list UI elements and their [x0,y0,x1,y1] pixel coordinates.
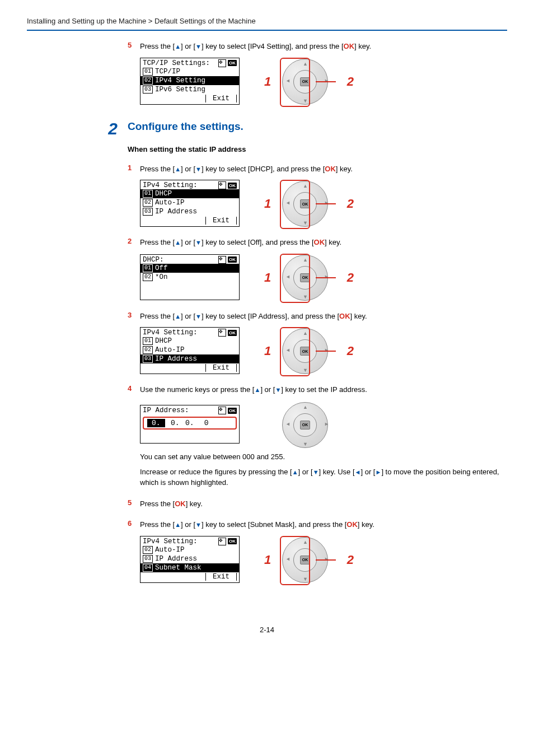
down-arrow-icon: ▼ [275,386,281,393]
callout-line-2 [316,277,336,278]
step-text: Press the [▲] or [▼] key to select [IPv4… [140,41,507,52]
lcd-ipv4-ipaddr: IPv4 Setting: OK 01DHCP 02Auto-IP 03IP A… [140,327,240,374]
ip-segment: 0 [196,419,209,427]
callout-2: 2 [347,197,354,211]
ok-label: OK [175,500,186,508]
callout-line-2 [316,559,336,561]
ok-icon: OK [228,330,237,336]
lcd-row-selected: 03IP Address [140,354,239,363]
lcd-row-selected: 02IPv4 Setting [140,76,239,85]
callout-1: 1 [264,344,271,358]
lcd-row: 03IP Address [140,207,239,216]
ok-icon: OK [228,60,237,66]
right-icon: ► [324,347,329,353]
down-arrow-icon: ▼ [195,166,202,172]
nav-icon [218,181,226,189]
callout-2: 2 [347,553,354,567]
lcd-row-empty [140,291,239,300]
ok-icon: OK [228,256,237,263]
lcd-row: 02*On [140,273,239,282]
ip-segment: 0. [182,419,194,427]
ok-icon: OK [228,538,237,544]
exit-button: Exit [205,95,237,102]
up-arrow-icon: ▲ [175,166,181,172]
exit-button: Exit [205,364,237,372]
callout-1: 1 [264,270,271,285]
step-number: 6 [128,519,140,530]
callout-2: 2 [347,74,354,89]
step-number: 4 [128,384,140,395]
right-icon: ► [324,200,329,206]
callout-box-1 [280,254,310,303]
section-heading: Configure the settings. [128,120,243,133]
lcd-row: 02Auto-IP [140,198,239,207]
ok-icon: OK [228,408,237,414]
exit-button: Exit [205,573,237,581]
substep-2: 2 Press the [▲] or [▼] key to select [Of… [128,237,507,248]
lcd-row: 01TCP/IP [140,67,239,76]
lcd-tcpip-settings: TCP/IP Settings: OK 01TCP/IP 02IPv4 Sett… [140,58,240,105]
up-arrow-icon: ▲ [292,469,298,475]
step-text: Press the [OK] key. [140,498,507,510]
right-arrow-icon: ► [375,469,381,475]
breadcrumb: Installing and Setting up the Machine > … [0,0,534,30]
substep-3: 3 Press the [▲] or [▼] key to select [IP… [128,311,507,322]
up-arrow-icon: ▲ [254,386,260,393]
ok-label: OK [339,312,350,320]
lcd-row: 03IPv6 Setting [140,85,239,94]
substep-4: 4 Use the numeric keys or press the [▲] … [128,384,507,395]
up-arrow-icon: ▲ [175,43,181,50]
nav-icon [218,538,226,545]
callout-2: 2 [347,270,354,285]
dpad-figure: OK ▲ ▼ ◄ ► 1 2 [273,58,340,105]
nav-icon [218,329,226,337]
lcd-title: DHCP: [143,256,164,264]
up-arrow-icon: ▲ [175,313,181,320]
step-number: 2 [128,237,140,248]
left-icon: ◄ [285,421,291,427]
callout-1: 1 [264,553,271,567]
lcd-dhcp: DHCP: OK 01Off 02*On [140,254,240,300]
page-number: 2-14 [0,626,534,634]
callout-box-1 [280,58,310,107]
dpad-figure: OK ▲ ▼ ◄ ► 1 2 [273,180,340,227]
step-text: Press the [▲] or [▼] key to select [DHCP… [140,164,507,175]
step-number: 3 [128,311,140,322]
callout-line-2 [316,203,336,204]
nav-icon [218,407,226,414]
right-icon: ► [324,78,329,83]
lcd-row-empty [140,282,239,291]
lcd-subnet: IPv4 Setting: OK 02Auto-IP 03IP Address … [140,536,240,583]
callout-line-2 [316,81,336,82]
lcd-title: IPv4 Setting: [143,329,198,337]
lcd-title: IPv4 Setting: [143,538,198,545]
lcd-row: 02Auto-IP [140,545,239,554]
dpad-figure: OK ▲ ▼ ◄ ► 1 2 [273,536,340,583]
ip-entry-field: 0. 0. 0. 0 [143,417,237,430]
lcd-row: 01DHCP [140,337,239,346]
step-text: Press the [▲] or [▼] key to select [Off]… [140,237,507,248]
substep-6: 6 Press the [▲] or [▼] key to select [Su… [128,519,507,530]
callout-line-2 [316,351,336,352]
lcd-title: IP Address: [143,407,189,414]
ok-label: OK [344,42,355,50]
lcd-row-selected: 04Subnet Mask [140,563,239,572]
callout-2: 2 [347,344,354,358]
lcd-row-selected: 01DHCP [140,189,239,198]
right-icon: ► [324,556,329,562]
exit-button: Exit [205,217,237,225]
lcd-title: IPv4 Setting: [143,181,198,189]
step-text: Press the [▲] or [▼] key to select [Subn… [140,519,507,530]
substep-5: 5 Press the [OK] key. [128,498,507,510]
ok-center-icon: OK [300,421,310,430]
dpad-figure: OK ▲ ▼ ◄ ► 1 2 [273,254,340,301]
substep-1: 1 Press the [▲] or [▼] key to select [DH… [128,164,507,175]
dpad-figure: OK ▲ ▼ ◄ ► 1 2 [273,327,340,374]
subsection-heading: When setting the static IP address [128,145,507,153]
major-step-2: 2 [101,120,118,137]
down-arrow-icon: ▼ [195,313,202,320]
step-5-top: 5 Press the [▲] or [▼] key to select [IP… [128,41,507,52]
header-divider [27,30,507,31]
ok-icon: OK [228,183,237,189]
note-arrows: Increase or reduce the figures by pressi… [140,466,507,488]
